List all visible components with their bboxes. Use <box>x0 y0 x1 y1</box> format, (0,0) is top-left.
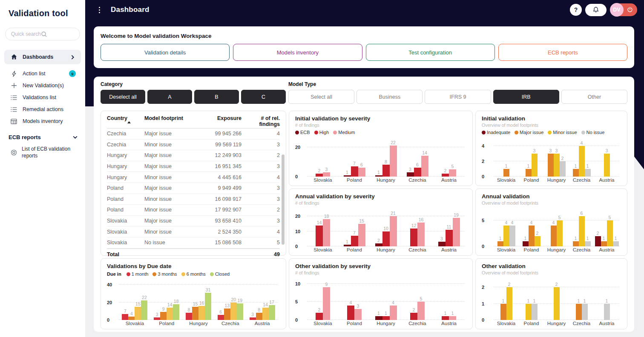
bar-6-months-slovakia[interactable] <box>135 307 141 320</box>
bar-high-poland[interactable] <box>347 306 354 320</box>
bar-ecb-austria[interactable] <box>438 242 446 246</box>
bar-no-issue-austria[interactable] <box>604 304 610 320</box>
bar-1-month-poland[interactable] <box>154 317 160 320</box>
column-header-of-rel-findings[interactable]: # of rel. findings <box>242 115 280 127</box>
welcome-button-test-configuration[interactable]: Test configuration <box>366 44 495 61</box>
table-row[interactable]: HungaryMajor issue16 951 3453 <box>107 161 280 172</box>
column-header-country[interactable]: Country <box>107 115 144 127</box>
kebab-menu-icon[interactable] <box>96 6 102 14</box>
bar-medium-czechia[interactable] <box>417 302 425 320</box>
bar-1-month-slovakia[interactable] <box>122 314 128 320</box>
bar-minor-issue-poland[interactable] <box>526 304 532 320</box>
bar-closed-hungary[interactable] <box>205 293 211 320</box>
bar-major-issue-czechia[interactable] <box>573 241 579 246</box>
bar-inadequate-austria[interactable] <box>595 236 601 246</box>
bar-high-czechia[interactable] <box>410 313 417 320</box>
bar-high-slovakia[interactable] <box>316 174 323 177</box>
bar-major-issue-hungary[interactable] <box>548 154 554 177</box>
legend-item-medium[interactable]: Medium <box>333 130 355 135</box>
bar-major-issue-slovakia[interactable] <box>497 241 503 246</box>
bar-no-issue-czechia[interactable] <box>582 304 588 320</box>
model-type-option-select-all[interactable]: Select all <box>288 90 354 104</box>
bar-no-issue-czechia[interactable] <box>585 241 591 246</box>
bar-no-issue-czechia[interactable] <box>585 169 591 177</box>
table-row[interactable]: CzechiaMinor issue99 569 1193 <box>107 140 280 151</box>
bar-minor-issue-hungary[interactable] <box>557 220 563 246</box>
sidebar-item-remedial-actions[interactable]: Remedial actions <box>0 103 85 115</box>
legend-item-1-month[interactable]: 1 month <box>126 271 149 277</box>
bar-ecb-czechia[interactable] <box>407 172 414 177</box>
bar-3-months-hungary[interactable] <box>192 307 198 320</box>
sidebar-item-models-inventory[interactable]: Models inventory <box>0 115 85 127</box>
legend-item-major-issue[interactable]: Major issue <box>515 130 543 135</box>
legend-item-6-months[interactable]: 6 months <box>181 271 206 277</box>
table-row[interactable]: SlovakiaNo issue15 086 5085 <box>107 237 280 248</box>
bar-major-issue-slovakia[interactable] <box>500 304 506 320</box>
bar-minor-issue-austria[interactable] <box>607 220 613 246</box>
legend-item-inadequate[interactable]: Inadequate <box>482 130 510 135</box>
model-type-option-irb[interactable]: IRB <box>493 90 559 104</box>
legend-item-ecb[interactable]: ECB <box>295 130 310 135</box>
bar-medium-austria[interactable] <box>449 316 456 320</box>
table-row[interactable]: SlovakiaMinor issue2 524 3504 <box>107 226 280 237</box>
avatar[interactable]: DV <box>610 3 624 17</box>
bar-high-poland[interactable] <box>351 236 358 246</box>
bar-major-issue-slovakia[interactable] <box>503 169 509 177</box>
bar-high-poland[interactable] <box>351 166 358 177</box>
bar-medium-poland[interactable] <box>358 224 365 246</box>
table-row[interactable]: PolandMinor issue17 992 9072 <box>107 205 280 216</box>
notifications-button[interactable] <box>585 4 607 16</box>
bar-minor-issue-hungary[interactable] <box>554 287 560 320</box>
bar-high-hungary[interactable] <box>382 165 390 177</box>
bar-high-czechia[interactable] <box>410 228 417 246</box>
table-row[interactable]: CzechiaMajor issue99 945 2664 <box>107 129 280 140</box>
sidebar-section-ecb-reports[interactable]: ECB reports <box>9 134 78 140</box>
welcome-button-models-inventory[interactable]: Models inventory <box>233 44 362 61</box>
sidebar-item-dashboards[interactable]: Dashboards <box>4 50 81 64</box>
bar-6-months-hungary[interactable] <box>198 306 205 320</box>
sidebar-item-list-of-ecb-validation-reports[interactable]: List of ECB validation reports <box>0 145 85 159</box>
bar-high-slovakia[interactable] <box>316 313 323 320</box>
bar-major-issue-czechia[interactable] <box>573 169 579 177</box>
category-option-a[interactable]: A <box>147 90 192 104</box>
bar-major-issue-austria[interactable] <box>601 241 607 246</box>
help-button[interactable]: ? <box>570 4 582 16</box>
bar-medium-czechia[interactable] <box>421 156 428 177</box>
bar-medium-poland[interactable] <box>358 168 365 177</box>
bar-minor-issue-czechia[interactable] <box>579 146 585 177</box>
bar-no-issue-slovakia[interactable] <box>509 226 515 246</box>
bar-medium-slovakia[interactable] <box>323 219 330 246</box>
bar-major-issue-hungary[interactable] <box>551 226 557 246</box>
bar-1-month-hungary[interactable] <box>186 313 192 320</box>
bar-high-austria[interactable] <box>442 316 449 320</box>
bar-high-hungary[interactable] <box>382 316 390 320</box>
bar-minor-issue-poland[interactable] <box>535 236 540 246</box>
sidebar-item-validations-list[interactable]: Validations list <box>0 91 85 103</box>
bar-minor-issue-poland[interactable] <box>532 154 538 177</box>
sidebar-item-action-list[interactable]: Action list9 <box>0 68 85 80</box>
bar-high-austria[interactable] <box>442 174 449 177</box>
category-option-c[interactable]: C <box>241 90 286 104</box>
legend-item-closed[interactable]: Closed <box>210 271 230 277</box>
bar-1-month-austria[interactable] <box>250 317 256 320</box>
bar-high-slovakia[interactable] <box>316 226 323 246</box>
bar-minor-issue-slovakia[interactable] <box>506 287 512 320</box>
bar-high-austria[interactable] <box>446 230 453 246</box>
bar-3-months-poland[interactable] <box>160 312 167 320</box>
bar-6-months-poland[interactable] <box>167 308 173 320</box>
bar-medium-austria[interactable] <box>449 169 456 177</box>
bar-major-issue-czechia[interactable] <box>576 304 582 320</box>
column-header-model-footprint[interactable]: Model footprint <box>144 115 195 127</box>
welcome-button-validation-details[interactable]: Validation details <box>101 44 230 61</box>
sidebar-item-new-validation-s[interactable]: New Validation(s) <box>0 80 85 91</box>
model-type-option-ifrs-9[interactable]: IFRS 9 <box>425 90 491 104</box>
bar-no-issue-hungary[interactable] <box>560 161 566 177</box>
table-scrollbar[interactable] <box>282 154 285 245</box>
bar-major-issue-poland[interactable] <box>529 226 535 246</box>
bar-medium-czechia[interactable] <box>417 223 425 247</box>
search-input[interactable]: Quick search <box>5 28 80 40</box>
table-row[interactable]: HungaryMinor issue4 445 6164 <box>107 172 280 183</box>
bar-minor-issue-austria[interactable] <box>604 154 610 177</box>
legend-item-minor-issue[interactable]: Minor issue <box>548 130 577 135</box>
legend-item-no-issue[interactable]: No issue <box>581 130 605 135</box>
